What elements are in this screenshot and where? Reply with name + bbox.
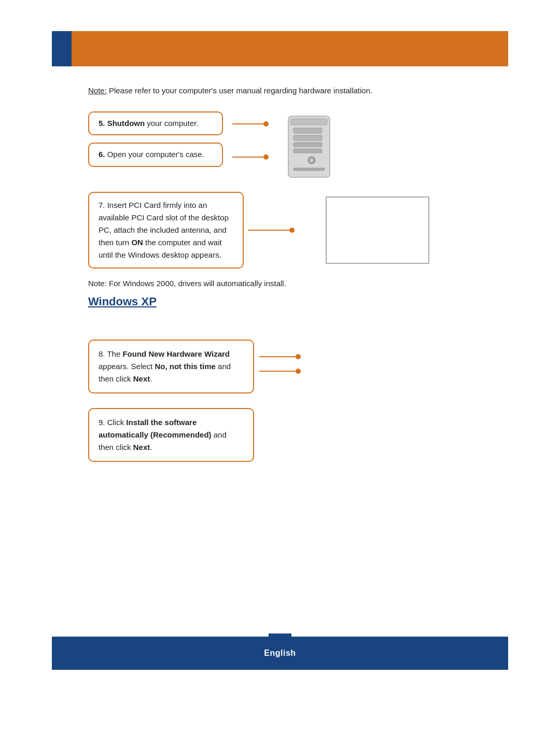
footer-language: English <box>264 649 296 658</box>
step-5-bold: Shutdown <box>107 119 145 128</box>
header-bar <box>52 31 508 66</box>
svg-rect-2 <box>293 128 322 133</box>
note2-label: Note: <box>88 279 107 288</box>
step-6-box: 6. Open your computer's case. <box>88 143 223 167</box>
step-6-rest: Open your computer's case. <box>105 150 204 159</box>
step-8-number: 8. <box>99 349 105 358</box>
step-7-bold: ON <box>131 238 143 247</box>
dot-6 <box>263 154 269 160</box>
step-8-box: 8. The Found New Hardware Wizard appears… <box>88 340 254 393</box>
header-orange-bar <box>72 31 508 66</box>
step-6-number: 6. <box>99 150 105 159</box>
line-8-1 <box>259 356 296 357</box>
svg-rect-3 <box>293 135 322 140</box>
dot-8-2 <box>296 369 301 374</box>
note1-text: Please refer to your computer's user man… <box>107 86 372 95</box>
dot-5 <box>263 121 269 126</box>
svg-rect-1 <box>291 119 327 125</box>
step-8-line-1 <box>259 354 301 359</box>
step-7-number: 7. <box>99 201 105 209</box>
step-9-number: 9. <box>99 418 105 427</box>
steps-5-6-col: 5. Shutdown your computer. 6. Open your … <box>88 111 223 167</box>
step-8-rest2: appears. Select <box>99 362 155 371</box>
steps-8-9: 8. The Found New Hardware Wizard appears… <box>88 340 472 462</box>
step-8-rest4: . <box>150 374 152 383</box>
steps-5-6-row: 5. Shutdown your computer. 6. Open your … <box>88 111 472 182</box>
step-7-row: 7. Insert PCI Card firmly into an availa… <box>88 192 472 269</box>
step-5-box: 5. Shutdown your computer. <box>88 111 223 136</box>
step-7-line <box>248 230 289 231</box>
step-8-line-2 <box>259 369 301 374</box>
note2-text: For Windows 2000, drivers will automatic… <box>107 279 286 288</box>
svg-rect-4 <box>293 143 322 147</box>
step-9-rest3: . <box>150 443 152 452</box>
step-7-box: 7. Insert PCI Card firmly into an availa… <box>88 192 244 269</box>
step-8-bold3: Next <box>133 374 150 383</box>
line-5 <box>232 123 263 124</box>
computer-tower-svg <box>283 114 340 181</box>
windows-xp-heading: Windows XP <box>88 295 472 308</box>
line-6 <box>232 157 263 158</box>
step-9-bold2: Next <box>133 443 150 452</box>
step-8-rest: The <box>107 349 122 358</box>
step-7-dot <box>289 228 295 233</box>
note2: Note: For Windows 2000, drivers will aut… <box>88 279 472 288</box>
step-8-connectors <box>259 354 301 374</box>
dot-8-1 <box>296 354 301 359</box>
pci-card-image <box>326 196 429 264</box>
step-8-bold1: Found New Hardware Wizard <box>122 349 230 358</box>
svg-rect-5 <box>293 149 322 153</box>
step-7-connector <box>248 228 295 233</box>
steps-5-6-connector <box>223 117 278 164</box>
step-9-box: 9. Click Install the software automatica… <box>88 408 254 462</box>
connector-line-5 <box>232 117 269 131</box>
computer-tower-illustration <box>283 114 340 182</box>
step-9-row: 9. Click Install the software automatica… <box>88 408 472 462</box>
svg-rect-8 <box>293 168 325 171</box>
svg-point-7 <box>310 158 314 162</box>
step-9-rest: Click <box>107 418 127 427</box>
main-content: Note: Please refer to your computer's us… <box>88 66 472 462</box>
step-8-row: 8. The Found New Hardware Wizard appears… <box>88 340 472 393</box>
line-8-2 <box>259 371 296 372</box>
step-5-number: 5. <box>99 119 107 128</box>
note1: Note: Please refer to your computer's us… <box>88 85 472 97</box>
connector-line-6 <box>232 150 269 164</box>
step-8-bold2: No, not this time <box>155 362 216 371</box>
step-5-rest: your computer. <box>145 119 198 128</box>
note1-label: Note: <box>88 86 107 95</box>
header-blue-accent <box>52 31 72 66</box>
footer: English <box>52 637 508 670</box>
